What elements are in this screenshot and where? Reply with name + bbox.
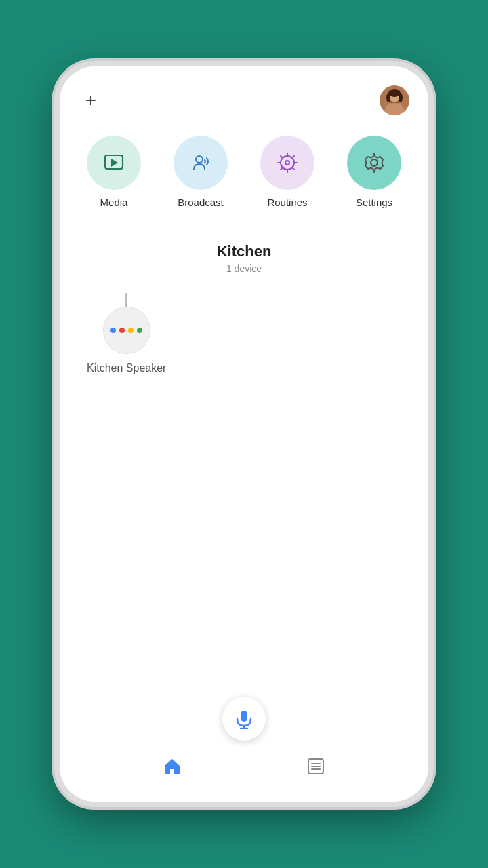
settings-icon-circle (347, 136, 401, 190)
bottom-bar (60, 686, 428, 802)
svg-point-5 (386, 93, 390, 102)
dot-blue (110, 328, 116, 333)
svg-rect-21 (241, 711, 247, 722)
svg-line-17 (292, 167, 294, 170)
nav-list[interactable] (293, 751, 339, 781)
device-list: Kitchen Speaker (60, 277, 428, 391)
action-settings[interactable]: Settings (340, 136, 408, 208)
section-title: Kitchen (60, 243, 428, 260)
bottom-nav (60, 751, 428, 781)
section-subtitle: 1 device (60, 263, 428, 274)
dot-green (137, 328, 142, 333)
svg-point-20 (371, 159, 378, 166)
dot-yellow (128, 328, 134, 333)
phone-frame: + (54, 61, 434, 807)
nav-home[interactable] (149, 751, 195, 781)
dot-red (119, 328, 125, 333)
quick-actions: Media Broadcast (60, 122, 428, 215)
svg-line-16 (281, 156, 283, 158)
speaker-stem (125, 293, 127, 308)
speaker-body (103, 307, 150, 354)
device-item[interactable]: Kitchen Speaker (87, 293, 166, 374)
routines-icon-circle (260, 136, 314, 190)
svg-point-9 (196, 156, 203, 163)
svg-point-6 (399, 93, 403, 102)
avatar[interactable] (380, 85, 409, 115)
home-icon (163, 757, 182, 776)
settings-label: Settings (356, 197, 392, 208)
broadcast-icon-circle (174, 136, 228, 190)
google-dots (110, 328, 142, 333)
mic-button[interactable] (222, 697, 266, 741)
svg-point-11 (285, 161, 289, 165)
svg-marker-8 (111, 159, 118, 167)
broadcast-label: Broadcast (178, 197, 224, 208)
media-label: Media (100, 197, 128, 208)
add-button[interactable]: + (79, 88, 103, 113)
phone-screen: + (60, 66, 428, 802)
action-media[interactable]: Media (80, 136, 148, 208)
avatar-image (380, 85, 409, 115)
device-name: Kitchen Speaker (87, 362, 166, 374)
list-icon (306, 757, 325, 776)
section-header: Kitchen 1 device (60, 237, 428, 277)
header: + (60, 66, 428, 122)
section-divider (76, 226, 412, 226)
action-broadcast[interactable]: Broadcast (167, 136, 235, 208)
action-routines[interactable]: Routines (253, 136, 321, 208)
routines-label: Routines (267, 197, 307, 208)
svg-line-18 (292, 156, 294, 158)
svg-line-19 (281, 167, 283, 170)
media-icon-circle (87, 136, 141, 190)
mic-icon (234, 709, 254, 729)
